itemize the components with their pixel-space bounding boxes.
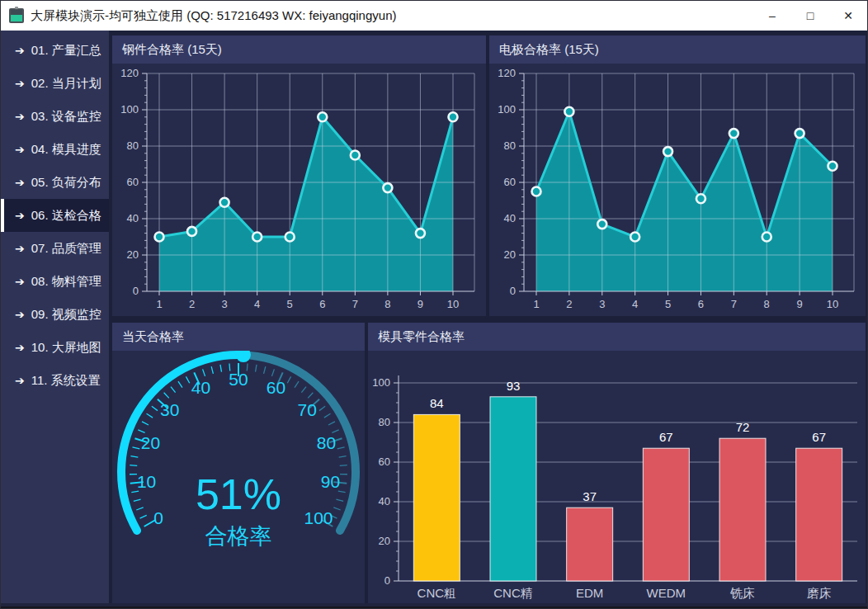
arrow-icon: ➔ [15,308,25,321]
app-icon [9,8,24,23]
sidebar-item-9[interactable]: ➔09. 视频监控 [1,298,109,331]
svg-text:5: 5 [665,298,671,310]
svg-text:67: 67 [812,430,826,444]
svg-text:7: 7 [352,298,358,310]
sidebar-item-label: 05. 负荷分布 [31,175,101,191]
sidebar-item-1[interactable]: ➔01. 产量汇总 [1,34,109,67]
sidebar-item-label: 09. 视频监控 [31,307,101,323]
svg-text:3: 3 [599,298,605,310]
svg-text:5: 5 [287,298,293,310]
sidebar-item-label: 04. 模具进度 [31,142,101,158]
svg-text:9: 9 [417,298,423,310]
panel-title-steel: 钢件合格率 (15天) [112,35,486,64]
svg-text:20: 20 [127,248,139,261]
sidebar-item-label: 07. 品质管理 [31,241,101,257]
taskbar-strip [1,603,867,609]
svg-text:2: 2 [566,298,572,310]
sidebar-item-3[interactable]: ➔03. 设备监控 [1,100,109,133]
svg-text:6: 6 [698,298,704,310]
panel-mold-parts-pass-rate: 模具零件合格率 02040608010084CNC粗93CNC精37EDM67W… [368,323,866,603]
svg-text:7: 7 [731,298,737,310]
svg-text:67: 67 [659,430,673,444]
svg-text:CNC粗: CNC粗 [417,586,457,600]
steel-area-chart[interactable]: 02040608010012012345678910 [112,64,486,316]
app-window: 大屏模块演示-均可独立使用 (QQ: 517216493 WX: feiyang… [0,0,868,609]
svg-text:40: 40 [191,378,210,397]
svg-text:0: 0 [510,285,516,297]
close-button[interactable]: ✕ [829,1,867,31]
svg-text:60: 60 [127,176,139,188]
svg-text:80: 80 [317,433,336,452]
svg-text:1: 1 [533,298,539,310]
svg-text:72: 72 [736,420,750,434]
top-row: 钢件合格率 (15天) 02040608010012012345678910 电… [112,35,866,316]
svg-text:4: 4 [254,298,260,310]
svg-text:90: 90 [321,472,340,491]
svg-text:30: 30 [160,400,179,419]
svg-text:80: 80 [127,139,139,152]
panel-title-parts: 模具零件合格率 [368,323,866,351]
panel-title-today: 当天合格率 [112,323,365,351]
maximize-button[interactable]: □ [791,1,829,31]
svg-text:WEDM: WEDM [647,586,686,600]
arrow-icon: ➔ [15,110,25,123]
window-title: 大屏模块演示-均可独立使用 (QQ: 517216493 WX: feiyang… [31,8,753,24]
svg-text:20: 20 [379,535,390,547]
svg-text:60: 60 [504,176,516,188]
sidebar-item-5[interactable]: ➔05. 负荷分布 [1,166,109,199]
bottom-row: 当天合格率 010203040506070809010051%合格率 模具零件合… [112,323,866,603]
main-area: ➔01. 产量汇总➔02. 当月计划➔03. 设备监控➔04. 模具进度➔05.… [1,31,867,603]
minimize-button[interactable]: – [753,1,791,31]
sidebar-item-2[interactable]: ➔02. 当月计划 [1,67,109,100]
svg-text:8: 8 [384,298,390,310]
pass-rate-gauge[interactable]: 010203040506070809010051%合格率 [112,351,365,603]
svg-text:37: 37 [583,489,597,503]
svg-text:40: 40 [504,212,516,224]
svg-text:50: 50 [229,370,248,389]
svg-text:8: 8 [764,298,770,310]
parts-bar-chart[interactable]: 02040608010084CNC粗93CNC精37EDM67WEDM72铣床6… [368,351,866,603]
sidebar-item-label: 02. 当月计划 [31,76,101,92]
arrow-icon: ➔ [15,77,25,90]
arrow-icon: ➔ [15,242,25,255]
sidebar-item-6[interactable]: ➔06. 送检合格 [1,199,109,232]
svg-text:80: 80 [504,139,516,152]
titlebar: 大屏模块演示-均可独立使用 (QQ: 517216493 WX: feiyang… [1,1,867,31]
panel-steel-pass-rate: 钢件合格率 (15天) 02040608010012012345678910 [112,35,486,316]
arrow-icon: ➔ [15,374,25,387]
svg-text:EDM: EDM [576,586,603,600]
svg-text:1: 1 [156,298,162,310]
sidebar-item-8[interactable]: ➔08. 物料管理 [1,265,109,298]
sidebar: ➔01. 产量汇总➔02. 当月计划➔03. 设备监控➔04. 模具进度➔05.… [1,31,109,603]
svg-text:10: 10 [137,472,156,491]
sidebar-item-label: 06. 送检合格 [31,208,101,224]
electrode-area-chart[interactable]: 02040608010012012345678910 [489,64,866,316]
sidebar-item-label: 11. 系统设置 [31,373,101,389]
dashboard-content: 钢件合格率 (15天) 02040608010012012345678910 电… [109,31,868,603]
svg-text:10: 10 [827,298,838,310]
arrow-icon: ➔ [15,275,25,288]
svg-text:60: 60 [379,456,390,468]
svg-text:84: 84 [430,396,444,410]
svg-text:100: 100 [498,103,516,116]
arrow-icon: ➔ [15,44,25,57]
svg-text:10: 10 [447,298,459,310]
svg-text:60: 60 [267,378,285,397]
svg-text:40: 40 [127,212,139,224]
svg-text:2: 2 [189,298,195,310]
svg-text:120: 120 [120,67,139,79]
svg-text:80: 80 [379,416,390,428]
sidebar-item-10[interactable]: ➔10. 大屏地图 [1,331,109,364]
svg-text:9: 9 [796,298,802,310]
svg-text:93: 93 [507,379,521,393]
sidebar-item-4[interactable]: ➔04. 模具进度 [1,133,109,166]
sidebar-item-7[interactable]: ➔07. 品质管理 [1,232,109,265]
arrow-icon: ➔ [15,143,25,156]
svg-text:40: 40 [379,495,390,508]
sidebar-item-11[interactable]: ➔11. 系统设置 [1,364,109,397]
svg-text:铣床: 铣床 [729,586,755,600]
panel-today-pass-rate: 当天合格率 010203040506070809010051%合格率 [112,323,365,603]
svg-text:120: 120 [498,67,516,79]
sidebar-item-label: 08. 物料管理 [31,274,101,290]
sidebar-item-label: 01. 产量汇总 [31,43,101,59]
